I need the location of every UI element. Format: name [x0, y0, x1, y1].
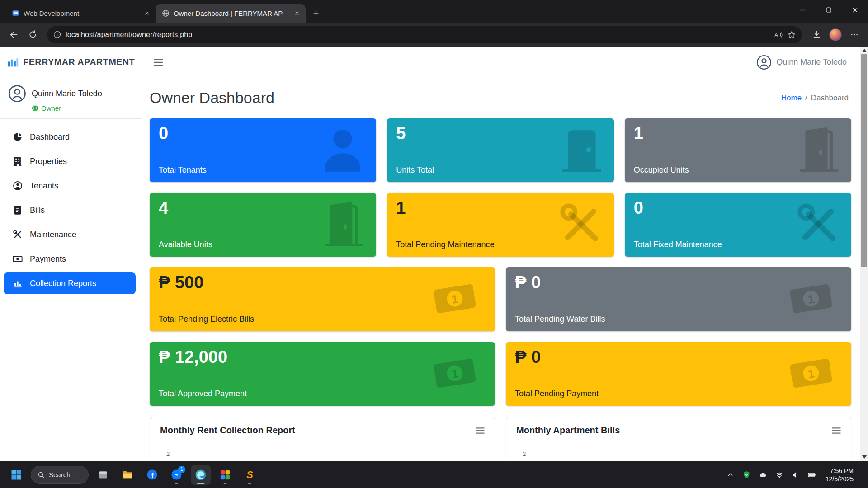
taskbar-facebook[interactable]: f	[142, 465, 162, 485]
tab-web-development[interactable]: Web Development ×	[5, 4, 156, 23]
breadcrumb-current: Dashboard	[811, 94, 849, 103]
url-text[interactable]: localhost/apartment/owner/reports.php	[66, 31, 769, 39]
taskbar-app-window[interactable]	[93, 465, 113, 485]
svg-text:1: 1	[807, 292, 816, 306]
browser-profile-button[interactable]	[827, 27, 844, 43]
door-open-icon	[797, 126, 841, 173]
show-desktop-button[interactable]	[862, 465, 863, 485]
sidebar-item-maintenance[interactable]: Maintenance	[4, 224, 136, 245]
taskbar-search[interactable]: Search	[31, 466, 89, 484]
taskbar-file-explorer[interactable]	[118, 465, 137, 485]
chart-ytick: 2	[523, 450, 526, 457]
speaker-icon	[792, 471, 800, 479]
sidebar-item-properties[interactable]: Properties	[4, 150, 136, 172]
back-arrow-icon	[9, 30, 18, 39]
globe-icon	[32, 105, 38, 112]
hidden-icons-button[interactable]	[724, 469, 737, 481]
door-open-icon	[322, 201, 366, 248]
site-info-icon[interactable]	[53, 31, 61, 38]
profile-avatar	[829, 28, 842, 41]
maximize-button[interactable]	[816, 0, 842, 20]
browser-menu-button[interactable]	[846, 27, 863, 43]
sidebar-user-name: Quinn Marie Toledo	[32, 89, 102, 99]
person-circle-icon	[13, 181, 23, 191]
door-closed-icon	[560, 126, 604, 173]
tab-owner-dashboard[interactable]: Owner Dashboard | FERRYMAR AP ×	[156, 4, 306, 23]
volume-tray-button[interactable]	[789, 469, 802, 481]
tools-icon	[558, 201, 604, 247]
wifi-tray-button[interactable]	[773, 469, 786, 481]
sidebar-item-bills[interactable]: Bills	[4, 199, 136, 221]
menu-toggle-button[interactable]	[153, 58, 163, 66]
stat-card-available-units: 4 Available Units	[150, 193, 376, 257]
taskbar-clock[interactable]: 7:56 PM 12/5/2025	[822, 467, 858, 483]
sidebar-item-label: Dashboard	[30, 132, 70, 142]
building-icon	[13, 156, 23, 166]
svg-text:f: f	[151, 472, 153, 479]
svg-text:1: 1	[451, 292, 459, 306]
page-scrollbar[interactable]	[860, 47, 868, 461]
person-icon	[319, 126, 366, 173]
edge-icon	[195, 469, 207, 481]
stat-card-total-tenants: 0 Total Tenants	[150, 118, 376, 182]
read-aloud-icon[interactable]: A	[774, 31, 783, 39]
svg-text:S: S	[246, 469, 253, 480]
taskbar-photos[interactable]	[215, 465, 235, 485]
brand[interactable]: FERRYMAR APARTMENT	[0, 47, 142, 78]
owner-badge: Owner	[32, 104, 134, 112]
tools-icon	[795, 201, 841, 247]
page-title: Owner Dashboard	[150, 89, 274, 107]
content: Owner Dashboard Home / Dashboard 0 Total…	[142, 78, 860, 461]
taskbar-edge[interactable]	[191, 465, 211, 485]
close-icon	[852, 7, 858, 13]
sidebar-item-payments[interactable]: Payments	[4, 248, 136, 270]
stat-card-pending-maintenance: 1 Total Pending Maintenance	[387, 193, 613, 257]
refresh-icon	[28, 30, 37, 39]
sidebar-item-tenants[interactable]: Tenants	[4, 175, 136, 197]
battery-tray-button[interactable]	[806, 469, 818, 481]
sidebar-item-dashboard[interactable]: Dashboard	[4, 126, 136, 148]
battery-icon	[807, 471, 816, 479]
wifi-icon	[775, 471, 783, 479]
onedrive-tray-button[interactable]	[757, 469, 769, 481]
panel-menu-icon[interactable]	[476, 427, 485, 434]
panel-monthly-apartment-bills: Monthly Apartment Bills 2	[506, 417, 851, 461]
topbar-user-chip[interactable]: Quinn Marie Toledo	[756, 55, 847, 70]
scrollbar-thumb[interactable]	[861, 54, 867, 267]
sidebar: FERRYMAR APARTMENT Quinn Marie Toledo Ow…	[0, 47, 142, 461]
new-tab-button[interactable]: +	[309, 6, 323, 20]
scrollbar-down-arrow[interactable]	[860, 453, 868, 461]
breadcrumb: Home / Dashboard	[781, 94, 849, 103]
money-bill-icon: 1	[428, 352, 481, 395]
cloud-icon	[759, 471, 767, 479]
taskbar-sublime-text[interactable]: S	[240, 465, 259, 485]
address-bar[interactable]: localhost/apartment/owner/reports.php A	[47, 26, 802, 43]
scrollbar-up-arrow[interactable]	[860, 47, 868, 54]
panel-menu-icon[interactable]	[832, 427, 841, 434]
tab-title: Owner Dashboard | FERRYMAR AP	[174, 9, 288, 17]
web-page: FERRYMAR APARTMENT Quinn Marie Toledo Ow…	[0, 47, 860, 461]
topbar-user-name: Quinn Marie Toledo	[776, 57, 847, 67]
back-button[interactable]	[5, 27, 22, 43]
tab-close-icon[interactable]: ×	[292, 9, 302, 19]
refresh-button[interactable]	[24, 27, 41, 43]
browser-chrome: Web Development × Owner Dashboard | FERR…	[0, 0, 868, 47]
close-window-button[interactable]	[842, 0, 868, 20]
open-app-indicator	[175, 483, 178, 484]
sidebar-item-label: Tenants	[30, 181, 58, 191]
minimize-button[interactable]	[789, 0, 816, 20]
taskbar-messenger[interactable]: 1	[166, 465, 186, 485]
stat-card-pending-electric-bills: ₱ 500 Total Pending Electric Bills 1	[150, 267, 495, 331]
breadcrumb-home-link[interactable]: Home	[781, 94, 802, 103]
cash-icon	[13, 254, 23, 264]
sidebar-item-collection-reports[interactable]: Collection Reports	[4, 272, 136, 294]
panel-title: Monthly Apartment Bills	[516, 425, 620, 436]
start-button[interactable]	[6, 465, 26, 485]
stat-card-approved-payment: ₱ 12,000 Total Approved Payment 1	[150, 342, 495, 406]
tab-strip: Web Development × Owner Dashboard | FERR…	[0, 0, 868, 23]
active-app-indicator	[197, 483, 205, 484]
tab-close-icon[interactable]: ×	[142, 9, 152, 19]
favorites-star-icon[interactable]	[788, 31, 796, 39]
downloads-button[interactable]	[808, 27, 825, 43]
security-tray-button[interactable]	[741, 469, 753, 481]
